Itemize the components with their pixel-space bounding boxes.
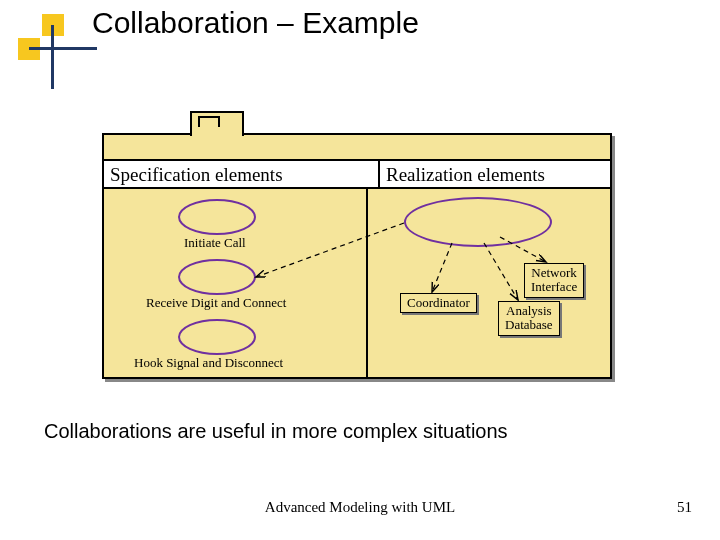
- title-bullet-icon: [18, 14, 78, 74]
- package-tab-icon: [190, 111, 244, 136]
- svg-line-0: [432, 243, 452, 292]
- realization-ellipse: [404, 197, 552, 247]
- node-network-interface: Network Interface: [524, 263, 584, 298]
- diagram-header: Specification elements Realization eleme…: [104, 159, 610, 189]
- svg-line-2: [484, 243, 518, 300]
- node-analysis-database: Analysis Database: [498, 301, 560, 336]
- slide-title: Collaboration – Example: [92, 6, 419, 40]
- footer-title: Advanced Modeling with UML: [0, 499, 720, 516]
- body-note: Collaborations are useful in more comple…: [44, 420, 508, 443]
- collaboration-diagram: Specification elements Realization eleme…: [102, 133, 612, 379]
- usecase-initiate-call: [178, 199, 256, 235]
- usecase-initiate-call-label: Initiate Call: [184, 235, 246, 251]
- usecase-receive-digit-label: Receive Digit and Connect: [146, 295, 286, 311]
- usecase-hook-signal-label: Hook Signal and Disconnect: [134, 355, 283, 371]
- usecase-hook-signal: [178, 319, 256, 355]
- page-number: 51: [677, 499, 692, 516]
- column-divider: [366, 189, 368, 377]
- usecase-receive-digit: [178, 259, 256, 295]
- node-coordinator: Coordinator: [400, 293, 477, 313]
- header-spec: Specification elements: [104, 161, 378, 187]
- header-real: Realization elements: [380, 161, 551, 187]
- svg-line-3: [256, 223, 404, 277]
